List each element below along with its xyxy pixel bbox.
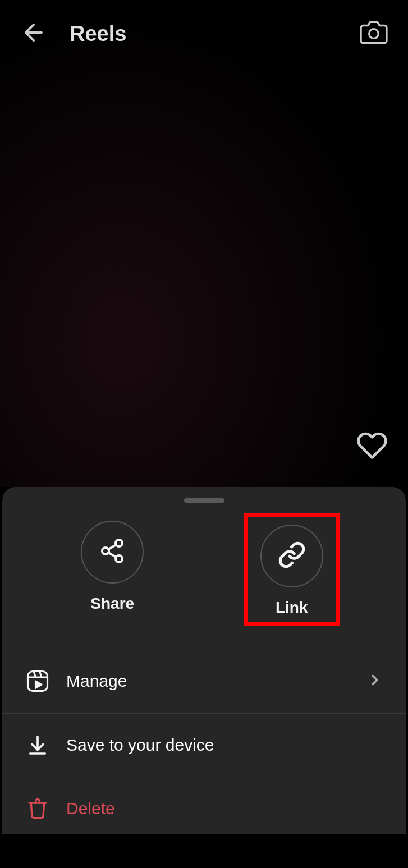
share-circle [81,521,144,584]
svg-rect-7 [28,672,48,691]
delete-label: Delete [66,799,383,818]
svg-marker-11 [36,681,42,688]
share-action[interactable]: Share [68,513,156,626]
download-icon [25,734,51,756]
svg-line-5 [108,553,116,557]
action-row: Share Link [2,513,406,649]
page-title: Reels [70,22,360,46]
header: Reels [0,0,408,67]
save-label: Save to your device [66,736,383,755]
share-label: Share [90,595,134,613]
svg-point-1 [369,29,379,39]
options-bottom-sheet: Share Link Manage Save to your device [2,487,406,834]
sheet-drag-handle[interactable] [184,498,224,503]
reels-manage-icon [25,669,51,693]
chevron-right-icon [366,672,383,691]
save-item[interactable]: Save to your device [2,714,406,777]
link-action[interactable]: Link [244,513,340,626]
manage-item[interactable]: Manage [2,649,406,713]
share-icon [99,538,126,567]
back-arrow-icon[interactable] [20,19,47,48]
link-icon [278,541,306,571]
link-circle [260,525,323,587]
link-label: Link [276,599,308,617]
like-heart-icon[interactable] [356,430,388,463]
svg-line-6 [108,545,116,549]
delete-item[interactable]: Delete [2,777,406,840]
trash-icon [25,797,51,820]
reel-content-area[interactable]: Reels [0,0,408,487]
camera-icon[interactable] [360,19,388,49]
manage-label: Manage [66,672,366,691]
